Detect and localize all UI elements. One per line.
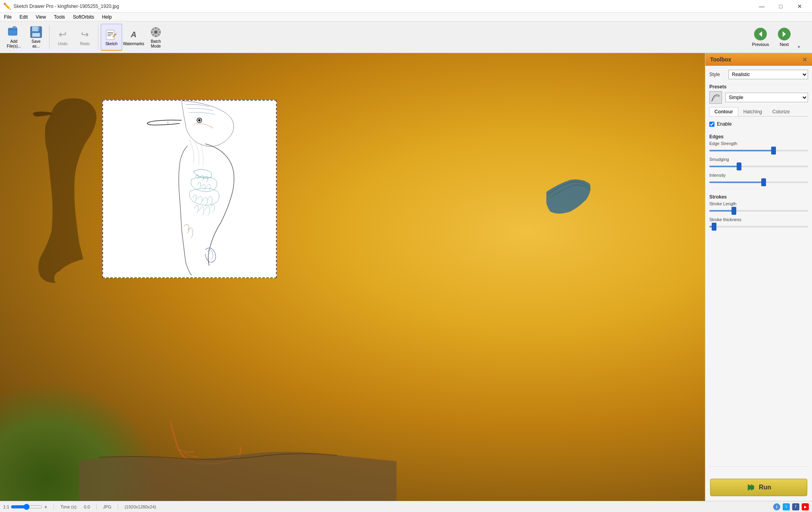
save-as-button[interactable]: Saveas...: [25, 24, 47, 51]
close-button[interactable]: ✕: [791, 0, 809, 13]
add-files-icon: [8, 26, 20, 38]
smudging-track: [709, 166, 808, 167]
stroke-length-label: Stroke Length: [709, 201, 808, 206]
statusbar-icons: i t f ▶: [773, 503, 809, 510]
info-icon[interactable]: i: [773, 503, 780, 510]
minimize-button[interactable]: —: [753, 0, 771, 13]
sketch-selection[interactable]: [102, 100, 277, 278]
title-bar: ✏️ Sketch Drawer Pro - kingfisher-190525…: [0, 0, 812, 13]
edge-strength-thumb[interactable]: [771, 147, 776, 155]
edge-strength-track: [709, 150, 808, 151]
menu-file[interactable]: File: [0, 13, 15, 21]
presets-label: Presets: [709, 84, 808, 90]
next-label: Next: [780, 42, 789, 47]
toolbox-spacer: [709, 236, 808, 460]
format-label: JPG: [103, 504, 111, 509]
menu-help[interactable]: Help: [98, 13, 116, 21]
stroke-length-range: [709, 210, 734, 212]
redo-button[interactable]: ↪ Redo: [74, 24, 96, 51]
twitter-icon[interactable]: t: [783, 503, 790, 510]
maximize-button[interactable]: □: [772, 0, 790, 13]
previous-button[interactable]: Previous: [749, 24, 772, 51]
sketch-label: Sketch: [105, 42, 118, 46]
watermarks-label: Watermarks: [123, 42, 144, 46]
toolbox-header: Toolbox ✕: [705, 53, 812, 66]
youtube-icon[interactable]: ▶: [802, 503, 809, 510]
style-select[interactable]: Realistic Artistic Sketch: [728, 70, 808, 79]
add-files-label: AddFile(s)...: [7, 39, 21, 49]
enable-checkbox[interactable]: [709, 122, 714, 127]
main-area: Toolbox ✕ Style Realistic Artistic Sketc…: [0, 53, 812, 501]
svg-rect-2: [32, 27, 38, 31]
watermarks-button[interactable]: A Watermarks: [123, 24, 144, 51]
menu-edit[interactable]: Edit: [15, 13, 32, 21]
zoom-plus-icon: +: [44, 504, 47, 510]
window-title: Sketch Drawer Pro - kingfisher-1905255_1…: [13, 4, 753, 9]
stroke-thickness-slider-container: [709, 223, 808, 231]
svg-rect-5: [106, 30, 114, 40]
presets-section: Presets Simple Detailed Complex: [709, 84, 808, 104]
tab-contour[interactable]: Contour: [709, 107, 738, 116]
run-button[interactable]: Run: [710, 479, 807, 496]
stroke-thickness-thumb[interactable]: [712, 223, 716, 231]
toolbar: AddFile(s)... Saveas... ↩ Undo ↪ Redo: [0, 21, 812, 53]
svg-rect-13: [103, 101, 276, 277]
preset-select[interactable]: Simple Detailed Complex: [725, 93, 808, 102]
smudging-thumb[interactable]: [737, 162, 741, 170]
toolbox-separator: [709, 466, 808, 467]
facebook-icon[interactable]: f: [792, 503, 799, 510]
toolbox-title: Toolbox: [710, 56, 731, 63]
window-controls: — □ ✕: [753, 0, 809, 13]
tab-colorize[interactable]: Colorize: [767, 107, 795, 116]
next-button[interactable]: Next: [773, 24, 795, 51]
menu-softorbits[interactable]: SoftOrbits: [69, 13, 98, 21]
edge-strength-slider-container: [709, 147, 808, 155]
strokes-section: Strokes Stroke Length Stroke thickness: [709, 192, 808, 233]
watermarks-icon: A: [127, 28, 140, 41]
status-separator-3: [118, 504, 118, 510]
toolbox-close-button[interactable]: ✕: [802, 56, 807, 63]
sketch-button[interactable]: Sketch: [101, 24, 122, 51]
stroke-length-thumb[interactable]: [732, 207, 736, 215]
intensity-range: [709, 181, 764, 183]
presets-row: Simple Detailed Complex: [709, 91, 808, 104]
tab-hatching[interactable]: Hatching: [738, 107, 767, 116]
app-icon: ✏️: [3, 2, 11, 10]
style-row: Style Realistic Artistic Sketch: [709, 70, 808, 79]
toolbar-separator-2: [98, 25, 98, 49]
batch-mode-label: BatchMode: [151, 39, 161, 49]
run-icon: [746, 483, 756, 492]
next-icon: [778, 28, 791, 40]
undo-button[interactable]: ↩ Undo: [52, 24, 73, 51]
save-as-label: Saveas...: [32, 39, 41, 49]
zoom-label: 1:1: [3, 504, 9, 509]
status-separator-1: [54, 504, 54, 510]
status-separator-2: [96, 504, 97, 510]
svg-marker-11: [759, 31, 762, 37]
batch-mode-button[interactable]: BatchMode: [145, 24, 167, 51]
toolbox-panel: Toolbox ✕ Style Realistic Artistic Sketc…: [705, 53, 812, 501]
sketch-icon: [105, 28, 118, 41]
menu-tools[interactable]: Tools: [50, 13, 69, 21]
svg-marker-19: [751, 484, 754, 491]
edges-section: Edges Edge Strength Smudging Intensity: [709, 132, 808, 189]
svg-point-16: [198, 119, 201, 122]
menu-view[interactable]: View: [32, 13, 50, 21]
add-files-button[interactable]: AddFile(s)...: [3, 24, 25, 51]
smudging-label: Smudging: [709, 157, 808, 162]
toolbar-dropdown-arrow: ▼: [797, 45, 801, 49]
time-value: 0.0: [84, 504, 90, 509]
style-label: Style: [709, 72, 725, 77]
stroke-thickness-label: Stroke thickness: [709, 217, 808, 222]
enable-label[interactable]: Enable: [717, 121, 732, 127]
time-label: Time (s):: [60, 504, 77, 509]
menu-bar: File Edit View Tools SoftOrbits Help: [0, 13, 812, 21]
tabs-row: Contour Hatching Colorize: [709, 107, 808, 117]
intensity-thumb[interactable]: [761, 178, 766, 186]
canvas-area[interactable]: [0, 53, 705, 501]
previous-label: Previous: [752, 42, 769, 47]
run-button-area: Run: [705, 474, 812, 501]
redo-icon: ↪: [79, 28, 91, 41]
batch-icon: [149, 26, 162, 38]
zoom-slider[interactable]: [11, 504, 42, 510]
